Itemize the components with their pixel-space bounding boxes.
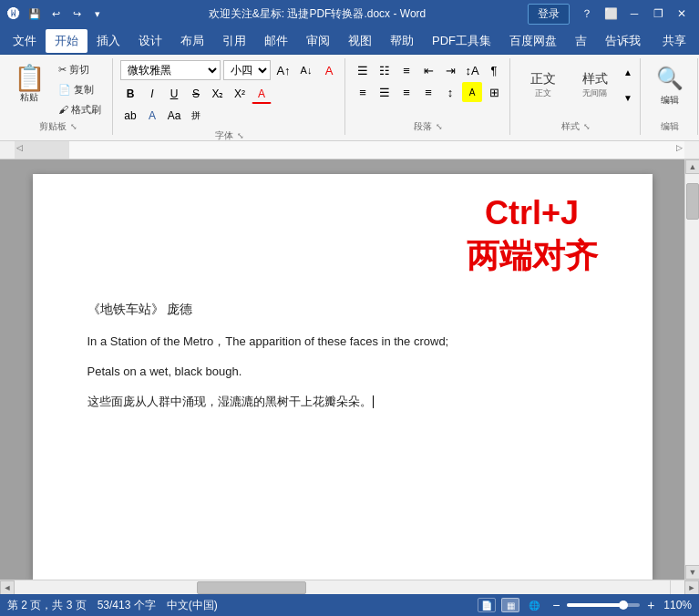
increase-indent-btn[interactable]: ⇥ xyxy=(440,60,460,80)
view-icon2[interactable]: ▦ xyxy=(501,598,519,612)
italic-button[interactable]: I xyxy=(142,84,162,104)
help-btn[interactable]: ？ xyxy=(577,4,597,24)
zoom-slider-thumb[interactable] xyxy=(619,601,628,610)
align-center-btn[interactable]: ☰ xyxy=(375,82,395,102)
scroll-down-arrow[interactable]: ▼ xyxy=(685,565,699,580)
copy-button[interactable]: 📄 复制 xyxy=(53,80,107,98)
ruler-svg xyxy=(15,141,684,159)
format-painter-button[interactable]: 🖌 格式刷 xyxy=(53,100,107,118)
style-normal[interactable]: 正文 正文 xyxy=(518,60,568,109)
clipboard-expand-icon[interactable]: ⤡ xyxy=(70,122,77,131)
menu-references[interactable]: 引用 xyxy=(213,29,255,53)
borders-btn[interactable]: ⊞ xyxy=(484,82,504,102)
cut-button[interactable]: ✂ 剪切 xyxy=(53,60,107,78)
view-icon1[interactable]: 📄 xyxy=(478,598,496,612)
clipboard-group-label: 剪贴板 ⤡ xyxy=(9,118,107,133)
font-color-btn[interactable]: A xyxy=(252,84,272,104)
zoom-plus-btn[interactable]: + xyxy=(643,598,658,612)
highlight-color-btn[interactable]: ab xyxy=(120,106,140,126)
bold-button[interactable]: B xyxy=(120,84,140,104)
paste-button[interactable]: 📋 粘贴 xyxy=(9,60,49,109)
menu-tellme[interactable]: 告诉我 xyxy=(596,29,650,53)
menu-ji[interactable]: 吉 xyxy=(566,29,596,53)
menu-mailings[interactable]: 邮件 xyxy=(255,29,297,53)
phonetic-btn[interactable]: 拼 xyxy=(186,106,206,126)
menu-design[interactable]: 设计 xyxy=(129,29,171,53)
increase-font-btn[interactable]: A↑ xyxy=(273,60,293,80)
line-spacing-btn[interactable]: ↕ xyxy=(440,82,460,102)
minimize-btn[interactable]: ─ xyxy=(624,4,644,24)
subscript-button[interactable]: X₂ xyxy=(208,84,228,104)
menu-baidu[interactable]: 百度网盘 xyxy=(500,29,566,53)
ruler-right-indent[interactable]: ▷ xyxy=(676,143,683,152)
align-left-btn[interactable]: ≡ xyxy=(353,82,373,102)
undo-quick-btn[interactable]: ↩ xyxy=(46,5,65,23)
h-scroll-thumb[interactable] xyxy=(197,581,306,594)
numbering-btn[interactable]: ☷ xyxy=(375,60,395,80)
paste-icon: 📋 xyxy=(14,66,46,91)
zoom-slider[interactable] xyxy=(567,603,640,607)
menu-home[interactable]: 开始 xyxy=(46,29,87,53)
language[interactable]: 中文(中国) xyxy=(167,598,218,613)
poem-title: 《地铁车站》 庞德 xyxy=(87,302,598,318)
menu-view[interactable]: 视图 xyxy=(339,29,381,53)
superscript-button[interactable]: X² xyxy=(230,84,250,104)
decrease-indent-btn[interactable]: ⇤ xyxy=(418,60,438,80)
scroll-right-arrow[interactable]: ► xyxy=(684,580,699,595)
menu-pdf[interactable]: PDF工具集 xyxy=(423,29,500,53)
font-size-select[interactable]: 小四 xyxy=(223,60,271,80)
ruler-left-indent[interactable]: ◁ xyxy=(16,143,23,152)
login-button[interactable]: 登录 xyxy=(528,4,570,25)
restore-btn[interactable]: ❐ xyxy=(648,4,668,24)
find-replace-btn[interactable]: 🔍 编辑 xyxy=(648,60,692,109)
text-effect-btn[interactable]: A xyxy=(142,106,162,126)
decrease-font-btn[interactable]: A↓ xyxy=(296,60,316,80)
font-name-select[interactable]: 微软雅黑 xyxy=(120,60,221,80)
paragraph-expand-icon[interactable]: ⤡ xyxy=(436,122,443,131)
menu-share[interactable]: 共享 xyxy=(653,29,695,53)
paragraph-group-content: ☰ ☷ ≡ ⇤ ⇥ ↕A ¶ ≡ ☰ ≡ ≡ xyxy=(353,60,504,118)
styles-label-text: 样式 xyxy=(561,120,580,133)
editing-label-text: 编辑 xyxy=(661,120,679,133)
poem-line1: In a Station of the Metro，The apparition… xyxy=(87,333,598,352)
save-quick-btn[interactable]: 💾 xyxy=(26,5,44,23)
gallery-down-arrow[interactable]: ▼ xyxy=(622,86,634,109)
view-icon3[interactable]: 🌐 xyxy=(525,598,543,612)
menu-insert[interactable]: 插入 xyxy=(87,29,129,53)
gallery-up-arrow[interactable]: ▲ xyxy=(622,60,634,84)
page-info[interactable]: 第 2 页，共 3 页 xyxy=(7,598,87,613)
scroll-left-arrow[interactable]: ◄ xyxy=(0,580,15,595)
multilevel-list-btn[interactable]: ≡ xyxy=(396,60,416,80)
styles-expand-icon[interactable]: ⤡ xyxy=(583,122,591,131)
h-scroll-track[interactable] xyxy=(15,580,670,594)
scroll-up-arrow[interactable]: ▲ xyxy=(685,159,699,174)
redo-quick-btn[interactable]: ↪ xyxy=(67,5,86,23)
style-no-spacing[interactable]: 样式 无间隔 xyxy=(570,60,620,109)
clear-format-btn[interactable]: A xyxy=(319,60,339,80)
justify-btn[interactable]: ≡ xyxy=(418,82,438,102)
font-formatting-row: B I U S X₂ X² A ab A Aa 拼 xyxy=(120,84,284,126)
sort-btn[interactable]: ↕A xyxy=(462,60,482,80)
font-expand-icon[interactable]: ⤡ xyxy=(237,131,244,140)
close-btn[interactable]: ✕ xyxy=(672,4,692,24)
ribbon-toggle-btn[interactable]: ⬜ xyxy=(601,4,621,24)
customize-quick-btn[interactable]: ▾ xyxy=(88,5,107,23)
menu-file[interactable]: 文件 xyxy=(4,29,46,53)
menu-layout[interactable]: 布局 xyxy=(171,29,213,53)
zoom-minus-btn[interactable]: − xyxy=(549,598,563,612)
bullets-btn[interactable]: ☰ xyxy=(353,60,373,80)
document-scroll-area[interactable]: Ctrl+J 两端对齐 《地铁车站》 庞德 In a Station of th… xyxy=(0,159,684,580)
scroll-track[interactable] xyxy=(685,174,699,565)
underline-button[interactable]: U xyxy=(164,84,184,104)
scroll-thumb[interactable] xyxy=(686,183,699,220)
ruler-left-margin xyxy=(0,141,15,159)
menu-help[interactable]: 帮助 xyxy=(381,29,423,53)
word-count[interactable]: 53/413 个字 xyxy=(98,598,156,613)
align-right-btn[interactable]: ≡ xyxy=(396,82,416,102)
change-case-btn[interactable]: Aa xyxy=(164,106,184,126)
show-marks-btn[interactable]: ¶ xyxy=(484,60,504,80)
strikethrough-button[interactable]: S xyxy=(186,84,206,104)
menu-review[interactable]: 审阅 xyxy=(297,29,339,53)
shading-btn[interactable]: A xyxy=(462,82,482,102)
zoom-level[interactable]: 110% xyxy=(663,599,692,611)
